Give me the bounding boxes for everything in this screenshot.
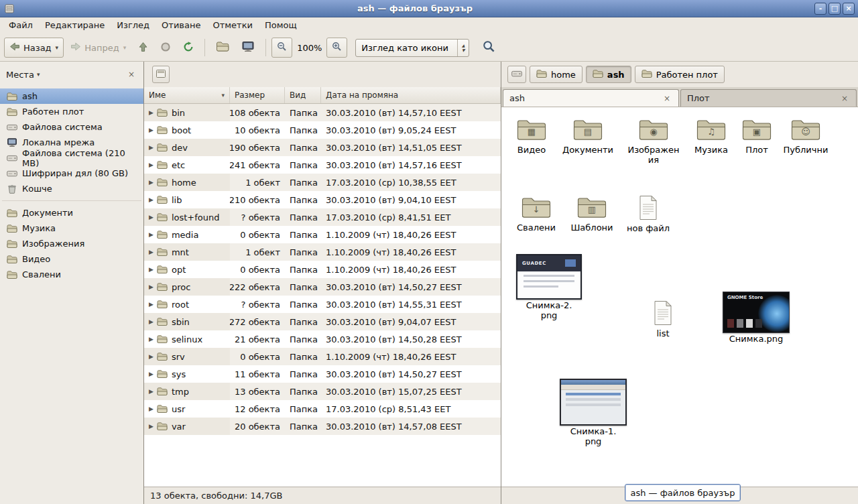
expander-icon[interactable]: ▶	[149, 231, 154, 238]
expander-icon[interactable]: ▶	[149, 214, 154, 220]
path-button[interactable]: Работен плот	[635, 66, 725, 83]
tab[interactable]: Плот×	[680, 89, 857, 107]
up-button[interactable]	[133, 38, 154, 58]
sidebar-item[interactable]: Файлова система	[0, 119, 143, 135]
table-row[interactable]: ▶sys11 обектаПапка30.03.2010 (вт) 14,50,…	[144, 365, 501, 383]
table-row[interactable]: ▶dev190 обектаПапка30.03.2010 (вт) 14,51…	[144, 139, 501, 156]
expander-icon[interactable]: ▶	[149, 388, 154, 395]
minimize-button[interactable]: -	[814, 3, 826, 15]
tab-close-button[interactable]: ×	[839, 94, 850, 103]
icon-view[interactable]: ▦Видео▤Документи◉Изображен ия♫Музика▣Пло…	[501, 107, 858, 487]
column-header[interactable]: Размер	[230, 87, 285, 103]
expander-icon[interactable]: ▶	[149, 336, 154, 342]
sidebar-dropdown-icon[interactable]: ▾	[37, 71, 40, 78]
close-button[interactable]: ×	[843, 3, 855, 15]
file-item[interactable]: нов файл	[620, 195, 676, 234]
table-row[interactable]: ▶boot10 обектаПапка30.03.2010 (вт) 9,05,…	[144, 121, 501, 139]
sidebar-close-button[interactable]: ×	[125, 68, 137, 80]
file-item[interactable]: ▣Плот	[729, 118, 785, 155]
expander-icon[interactable]: ▶	[149, 249, 154, 255]
table-row[interactable]: ▶selinux21 обектаПапка30.03.2010 (вт) 14…	[144, 330, 501, 348]
path-button[interactable]: home	[530, 66, 583, 83]
table-row[interactable]: ▶opt0 обектаПапка1.10.2009 (чт) 18,40,26…	[144, 261, 501, 278]
table-row[interactable]: ▶proc222 обектаПапка30.03.2010 (вт) 14,5…	[144, 278, 501, 296]
tab-close-button[interactable]: ×	[662, 94, 672, 103]
file-item[interactable]: ↓Свалени	[508, 196, 564, 233]
sidebar-item[interactable]: Файлова система (210 MB)	[0, 150, 143, 166]
search-button[interactable]	[477, 36, 501, 59]
sidebar-item[interactable]: Музика	[0, 220, 143, 236]
location-toggle-button[interactable]	[152, 66, 170, 83]
zoom-out-button[interactable]	[271, 38, 292, 58]
file-item[interactable]: ▦Видео	[503, 118, 560, 155]
file-item[interactable]: GNOME StoreСнимка.png	[721, 292, 792, 344]
zoom-in-button[interactable]	[326, 38, 347, 58]
expander-icon[interactable]: ▶	[149, 162, 154, 168]
sidebar-item[interactable]: Кошче	[0, 181, 143, 196]
table-row[interactable]: ▶srv0 обектаПапка1.10.2009 (чт) 18,40,26…	[144, 348, 501, 365]
sidebar-item[interactable]: Шифриран дял (80 GB)	[0, 166, 143, 181]
column-header[interactable]: Вид	[285, 87, 321, 103]
table-row[interactable]: ▶etc241 обектаПапка30.03.2010 (вт) 14,57…	[144, 156, 501, 174]
path-button[interactable]: ash	[586, 66, 631, 83]
table-row[interactable]: ▶var20 обектаПапка30.03.2010 (вт) 14,57,…	[144, 418, 501, 435]
pane-root-button[interactable]	[507, 66, 526, 83]
forward-button[interactable]: Напред ▾	[65, 38, 131, 58]
reload-button[interactable]	[178, 38, 199, 58]
sidebar-title[interactable]: Места	[6, 70, 34, 80]
menu-item[interactable]: Изглед	[111, 17, 156, 34]
file-item[interactable]: ▤Документи	[560, 118, 616, 155]
back-button[interactable]: Назад ▾	[4, 38, 64, 58]
menu-item[interactable]: Отиване	[156, 17, 206, 34]
table-row[interactable]: ▶usr12 обектаПапка17.03.2010 (ср) 8,51,4…	[144, 400, 501, 418]
table-row[interactable]: ▶home1 обектПапка17.03.2010 (ср) 10,38,5…	[144, 174, 501, 191]
table-row[interactable]: ▶sbin272 обектаПапка30.03.2010 (вт) 9,04…	[144, 313, 501, 330]
column-header[interactable]: Дата на промяна	[321, 87, 501, 103]
menu-item[interactable]: Отметки	[206, 17, 258, 34]
table-row[interactable]: ▶lost+found? обектаПапка17.03.2010 (ср) …	[144, 208, 501, 226]
expander-icon[interactable]: ▶	[149, 127, 154, 133]
table-row[interactable]: ▶tmp13 обектаПапка30.03.2010 (вт) 15,07,…	[144, 383, 501, 400]
titlebar[interactable]: ash — файлов браузър - □ ×	[0, 0, 858, 17]
sidebar-item[interactable]: Работен плот	[0, 104, 143, 119]
table-row[interactable]: ▶mnt1 обектПапка1.10.2009 (чт) 18,40,26 …	[144, 243, 501, 261]
expander-icon[interactable]: ▶	[149, 196, 154, 203]
sidebar-item[interactable]: Изображения	[0, 236, 143, 251]
file-item[interactable]: Снимка-1. png	[558, 379, 629, 447]
expander-icon[interactable]: ▶	[149, 318, 154, 325]
table-row[interactable]: ▶media0 обектаПапка1.10.2009 (чт) 18,40,…	[144, 226, 501, 243]
file-item[interactable]: list	[635, 300, 691, 339]
menu-item[interactable]: Редактиране	[39, 17, 111, 34]
view-mode-select[interactable]: Изглед като икони ▲▼	[355, 39, 469, 57]
file-item[interactable]: ◉Изображен ия	[625, 118, 682, 166]
stop-button[interactable]	[155, 38, 176, 58]
maximize-button[interactable]: □	[829, 3, 841, 15]
table-row[interactable]: ▶root? обектаПапка30.03.2010 (вт) 14,55,…	[144, 296, 501, 313]
computer-button[interactable]	[236, 37, 260, 58]
expander-icon[interactable]: ▶	[149, 144, 154, 151]
expander-icon[interactable]: ▶	[149, 266, 154, 273]
menu-item[interactable]: Помощ	[259, 17, 303, 34]
home-button[interactable]	[210, 37, 235, 58]
expander-icon[interactable]: ▶	[149, 179, 154, 186]
column-header[interactable]: Име▾	[144, 87, 230, 103]
expander-icon[interactable]: ▶	[149, 109, 154, 116]
sidebar-item[interactable]: Свалени	[0, 267, 143, 282]
expander-icon[interactable]: ▶	[149, 301, 154, 308]
file-item[interactable]: GUADECСнимка-2. png	[514, 254, 584, 321]
expander-icon[interactable]: ▶	[149, 353, 154, 360]
table-row[interactable]: ▶bin108 обектаПапка30.03.2010 (вт) 14,57…	[144, 104, 501, 121]
file-item[interactable]: ☺Публични	[778, 118, 834, 155]
expander-icon[interactable]: ▶	[149, 371, 154, 377]
sidebar-item[interactable]: Документи	[0, 205, 143, 220]
taskbar-window-button[interactable]: ash — файлов браузър	[625, 484, 741, 501]
tab[interactable]: ash×	[503, 89, 679, 107]
menu-item[interactable]: Файл	[3, 17, 39, 34]
sidebar-item[interactable]: ash	[0, 88, 143, 104]
expander-icon[interactable]: ▶	[149, 284, 154, 290]
expander-icon[interactable]: ▶	[149, 423, 154, 430]
table-row[interactable]: ▶lib210 обектаПапка30.03.2010 (вт) 9,04,…	[144, 191, 501, 208]
file-item[interactable]: ▥Шаблони	[564, 196, 620, 233]
sidebar-item[interactable]: Видео	[0, 251, 143, 267]
expander-icon[interactable]: ▶	[149, 405, 154, 412]
